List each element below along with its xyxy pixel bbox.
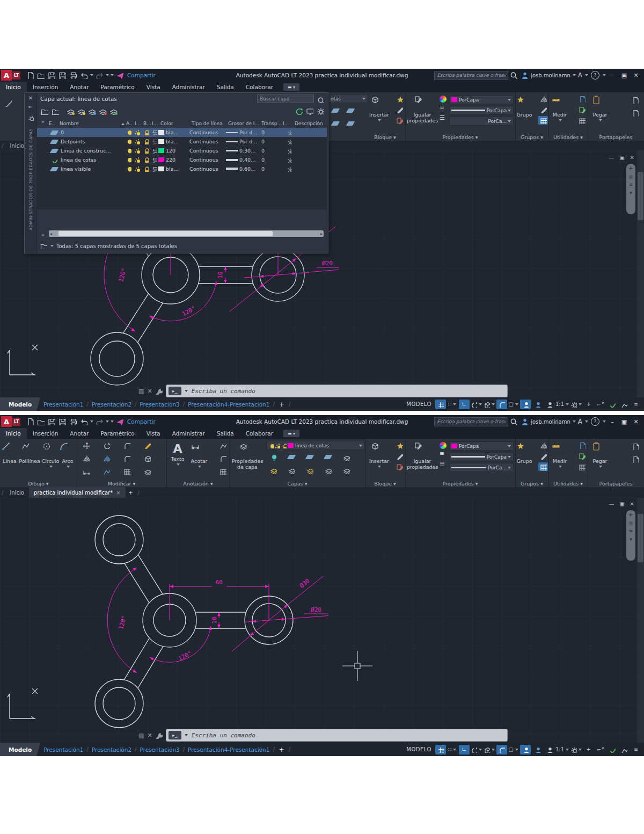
acotar-button[interactable]: Acotar bbox=[189, 442, 209, 469]
lock-icon[interactable] bbox=[141, 146, 150, 155]
redo-icon[interactable] bbox=[94, 70, 104, 80]
user-caret[interactable] bbox=[573, 420, 576, 424]
pegar-button[interactable]: Pegar bbox=[592, 96, 608, 123]
layer-search-icon[interactable] bbox=[317, 95, 324, 105]
annotation-scale[interactable]: 1:1 bbox=[555, 400, 569, 409]
lineweight-combo[interactable]: PorCapa bbox=[449, 106, 514, 115]
redo-icon[interactable] bbox=[94, 417, 104, 426]
wrench-icon[interactable] bbox=[156, 388, 163, 395]
new-layer-vp-icon[interactable] bbox=[86, 106, 97, 116]
medir-button[interactable]: Medir bbox=[552, 96, 568, 123]
vp-close-icon[interactable]: ✕ bbox=[630, 155, 634, 161]
panel-label-utilidades[interactable]: Utilidades ▾ bbox=[548, 481, 588, 487]
apps-caret[interactable] bbox=[585, 74, 588, 78]
grid-toggle[interactable] bbox=[435, 400, 446, 409]
save-as-icon[interactable] bbox=[57, 417, 67, 426]
autocad-logo-icon[interactable]: A bbox=[1, 416, 12, 427]
pan-icon[interactable]: ✛ bbox=[629, 512, 633, 518]
group-select-icon[interactable] bbox=[538, 116, 548, 125]
layer-current-icon[interactable] bbox=[341, 453, 351, 461]
plot-icon[interactable] bbox=[68, 417, 78, 426]
panel-label-utilidades[interactable]: Utilidades ▾ bbox=[548, 134, 588, 140]
color-combo[interactable]: PorCapa bbox=[449, 95, 514, 104]
command-caret[interactable] bbox=[185, 734, 188, 738]
iso-toggle[interactable] bbox=[484, 400, 495, 409]
annotation-scale[interactable]: 1:1 bbox=[555, 745, 569, 755]
settings-gear-icon[interactable] bbox=[315, 106, 326, 116]
osnap-settings[interactable]: ▢ bbox=[508, 400, 519, 409]
block-attrib-icon[interactable] bbox=[394, 105, 404, 114]
customization-menu[interactable]: ≡ bbox=[631, 400, 641, 409]
empalme-icon[interactable] bbox=[122, 454, 131, 462]
search-icon[interactable] bbox=[509, 70, 518, 80]
vertical-scrollbar[interactable] bbox=[637, 150, 644, 398]
linetype-value[interactable]: Continuous bbox=[189, 164, 226, 173]
annot-scale-icon[interactable] bbox=[544, 745, 554, 755]
panel-label-propiedades[interactable]: Propiedades ▾ bbox=[405, 481, 515, 487]
delete-layer-icon[interactable] bbox=[97, 106, 108, 116]
copy-clip-icon[interactable] bbox=[630, 96, 640, 104]
scrollbar-thumb[interactable] bbox=[638, 514, 643, 562]
vp-minimize-icon[interactable]: — bbox=[609, 501, 614, 507]
transparency-value[interactable]: 0 bbox=[259, 128, 283, 137]
isolate-objects-icon[interactable] bbox=[619, 400, 630, 409]
propiedades-de-capa-button[interactable]: Propiedades de capa bbox=[231, 442, 264, 470]
modelo-status-label[interactable]: MODELO bbox=[406, 401, 431, 407]
tab-insercion[interactable]: Inserción bbox=[27, 82, 64, 92]
layer-unisolate-icon[interactable] bbox=[287, 466, 296, 474]
grid-toggle[interactable] bbox=[435, 745, 446, 755]
tab-presentacion4[interactable]: Presentación4-Presentación1 bbox=[185, 401, 273, 408]
file-tab-close-icon[interactable]: × bbox=[116, 490, 120, 496]
col-trazar[interactable]: I... bbox=[152, 119, 160, 128]
monitor-icon[interactable] bbox=[304, 106, 315, 116]
borrar-pencil-icon[interactable] bbox=[142, 441, 152, 449]
layer-row[interactable]: 0 bla... Continuous Por d... 0 bbox=[37, 128, 327, 137]
security-icon[interactable] bbox=[607, 745, 618, 755]
layer-row[interactable]: linea visible bla... Continuous 0.60... … bbox=[37, 164, 327, 173]
tab-modelo[interactable]: Modelo bbox=[0, 397, 40, 411]
linetype-combo[interactable]: PorCa... bbox=[449, 117, 514, 126]
plot-icon[interactable] bbox=[150, 155, 158, 164]
recortar-icon[interactable] bbox=[122, 441, 131, 449]
copiar-icon[interactable] bbox=[81, 454, 91, 462]
tab-parametrico[interactable]: Paramétrico bbox=[94, 428, 140, 439]
layer-freeze-icon[interactable] bbox=[305, 453, 314, 461]
palette-close-icon[interactable]: ✕ bbox=[28, 95, 33, 101]
tab-presentacion3[interactable]: Presentación3 bbox=[136, 746, 182, 753]
command-prompt[interactable]: Escriba un comando bbox=[192, 732, 255, 739]
help-icon[interactable]: ? bbox=[591, 417, 599, 426]
linetype-value[interactable]: Continuous bbox=[189, 146, 226, 155]
orbit-icon[interactable]: ≡ bbox=[629, 528, 633, 534]
vp-freeze-icon[interactable] bbox=[283, 146, 295, 155]
file-tab-inicio[interactable]: Inicio bbox=[5, 487, 28, 498]
transparency-value[interactable]: 0 bbox=[259, 155, 283, 164]
color-swatch[interactable] bbox=[158, 166, 164, 171]
annot-scale-icon[interactable] bbox=[544, 400, 554, 409]
annot-autoscale-toggle[interactable] bbox=[532, 745, 543, 755]
vp-restore-icon[interactable]: ▣ bbox=[619, 155, 624, 161]
col-desc[interactable]: Descripción bbox=[295, 119, 327, 128]
linetype-value[interactable]: Continuous bbox=[189, 137, 226, 146]
user-name[interactable]: josb.molinamn bbox=[531, 419, 570, 425]
plot-icon[interactable] bbox=[68, 70, 78, 80]
autodesk-a-icon[interactable]: A bbox=[578, 418, 582, 425]
horizontal-scrollbar[interactable]: ◂ ▸ bbox=[49, 230, 324, 237]
girar-icon[interactable] bbox=[101, 441, 111, 449]
block-define-icon[interactable] bbox=[394, 116, 404, 125]
tab-parametrico[interactable]: Paramétrico bbox=[94, 82, 140, 92]
open-file-icon[interactable] bbox=[36, 417, 46, 426]
share-plane-icon[interactable] bbox=[115, 70, 125, 80]
arco-button[interactable]: Arco bbox=[60, 442, 75, 469]
customize-cmd-icon[interactable]: ▥ bbox=[138, 388, 144, 395]
vertical-scrollbar[interactable] bbox=[637, 498, 644, 743]
set-current-layer-icon[interactable] bbox=[108, 106, 119, 116]
layer-tool-icon[interactable] bbox=[331, 106, 340, 115]
layer-row-current[interactable]: linea de cotas 220 Continuous 0.40... 0 bbox=[37, 155, 327, 164]
new-layout-button[interactable]: + bbox=[275, 746, 289, 753]
zoom-icon[interactable]: ◎ bbox=[629, 174, 633, 179]
palette-autohide-icon[interactable]: ⇤ bbox=[28, 104, 33, 110]
linetype-combo[interactable]: PorCa... bbox=[449, 463, 514, 472]
group-select-icon[interactable] bbox=[538, 462, 548, 471]
tab-modelo[interactable]: Modelo bbox=[0, 743, 40, 756]
on-bulb-icon[interactable] bbox=[124, 137, 133, 146]
